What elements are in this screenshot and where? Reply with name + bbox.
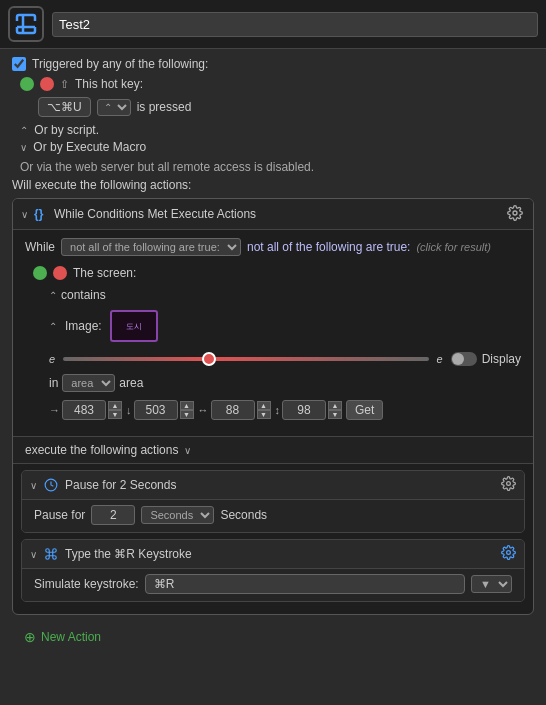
add-hotkey-button[interactable] xyxy=(20,77,34,91)
execute-actions-arrow-icon[interactable]: ∨ xyxy=(184,445,191,456)
simulate-label: Simulate keystroke: xyxy=(34,577,139,591)
pause-collapse-icon[interactable]: ∨ xyxy=(30,480,37,491)
coord-w-group: ↔ ▲ ▼ xyxy=(198,400,271,420)
execute-actions-text: execute the following actions xyxy=(25,443,178,457)
trigger-row: Triggered by any of the following: xyxy=(12,57,534,71)
area-label: area xyxy=(119,376,143,390)
coord-w-decrement[interactable]: ▼ xyxy=(257,410,271,419)
keystroke-combo-display[interactable]: ⌘R xyxy=(145,574,465,594)
slider-thumb[interactable] xyxy=(202,352,216,366)
display-toggle[interactable] xyxy=(451,352,477,366)
coord-h-input[interactable] xyxy=(282,400,326,420)
coord-x-input[interactable] xyxy=(62,400,106,420)
while-title: While Conditions Met Execute Actions xyxy=(54,207,256,221)
coord-h-decrement[interactable]: ▼ xyxy=(328,410,342,419)
execute-actions-row: execute the following actions ∨ xyxy=(13,436,533,464)
condition-dropdown[interactable]: not all of the following are true: xyxy=(61,238,241,256)
slider-row: e e Display xyxy=(49,352,521,366)
keystroke-type-dropdown[interactable]: ▼ xyxy=(471,575,512,593)
while-body: While not all of the following are true:… xyxy=(13,230,533,436)
coord-x-stepper: ▲ ▼ xyxy=(108,401,122,419)
remove-hotkey-button[interactable] xyxy=(40,77,54,91)
keystroke-collapse-icon[interactable]: ∨ xyxy=(30,549,37,560)
add-screen-condition-button[interactable] xyxy=(33,266,47,280)
pause-label: Pause for xyxy=(34,508,85,522)
pause-clock-icon xyxy=(43,477,59,493)
header xyxy=(0,0,546,49)
coord-y-group: ↓ ▲ ▼ xyxy=(126,400,194,420)
new-action-plus-icon: ⊕ xyxy=(24,629,36,645)
trigger-label: Triggered by any of the following: xyxy=(32,57,208,71)
click-result-label[interactable]: (click for result) xyxy=(416,241,491,253)
pause-value-input[interactable] xyxy=(91,505,135,525)
coord-y-decrement[interactable]: ▼ xyxy=(180,410,194,419)
pause-unit-dropdown[interactable]: Seconds xyxy=(141,506,214,524)
app-logo-icon xyxy=(14,12,38,36)
coord-w-input[interactable] xyxy=(211,400,255,420)
keystroke-cmd-icon xyxy=(43,546,59,562)
image-thumbnail[interactable]: 도시 xyxy=(110,310,158,342)
keystroke-combo-value: ⌘R xyxy=(154,577,175,591)
hotkey-combo-value: ⌥⌘U xyxy=(47,100,82,114)
hotkey-type-dropdown[interactable]: ⌃ xyxy=(97,99,131,116)
coord-h-increment[interactable]: ▲ xyxy=(328,401,342,410)
while-label: While xyxy=(25,240,55,254)
coord-y-input[interactable] xyxy=(134,400,178,420)
hotkey-section: ⇧ This hot key: ⌥⌘U ⌃ is pressed xyxy=(20,77,534,117)
svg-point-3 xyxy=(507,482,511,486)
script-row[interactable]: ⌃ Or by script. xyxy=(20,123,534,137)
slider-right-label: e xyxy=(437,353,443,365)
coord-x-increment[interactable]: ▲ xyxy=(108,401,122,410)
area-dropdown[interactable]: area xyxy=(62,374,115,392)
contains-arrow-icon: ⌃ xyxy=(49,290,57,301)
coord-h-stepper: ▲ ▼ xyxy=(328,401,342,419)
while-condition-row: While not all of the following are true:… xyxy=(25,238,521,256)
coord-y-stepper: ▲ ▼ xyxy=(180,401,194,419)
keystroke-action-body: Simulate keystroke: ⌘R ▼ xyxy=(22,568,524,601)
image-row: ⌃ Image: 도시 xyxy=(49,310,521,342)
pause-row: Pause for Seconds Seconds xyxy=(34,505,512,525)
condition-text: not all of the following are true: xyxy=(247,240,410,254)
while-conditions-panel: ∨ {} While Conditions Met Execute Action… xyxy=(12,198,534,615)
app-icon xyxy=(8,6,44,42)
hotkey-row: ⇧ This hot key: xyxy=(20,77,534,91)
pause-gear-button[interactable] xyxy=(501,476,516,494)
image-accuracy-slider[interactable] xyxy=(63,357,428,361)
screen-label: The screen: xyxy=(73,266,136,280)
while-collapse-icon[interactable]: ∨ xyxy=(21,209,28,220)
hotkey-section-label: This hot key: xyxy=(75,77,143,91)
coord-w-increment[interactable]: ▲ xyxy=(257,401,271,410)
execute-macro-collapse-icon: ∨ xyxy=(20,142,27,153)
slider-left-label: e xyxy=(49,353,55,365)
coords-row: → ▲ ▼ ↓ ▲ ▼ xyxy=(49,400,521,420)
contains-label: contains xyxy=(61,288,106,302)
coord-y-increment[interactable]: ▲ xyxy=(180,401,194,410)
keystroke-row: Simulate keystroke: ⌘R ▼ xyxy=(34,574,512,594)
macro-title-input[interactable] xyxy=(52,12,538,37)
execute-macro-row[interactable]: ∨ Or by Execute Macro xyxy=(20,140,534,154)
pause-action-header: ∨ Pause for 2 Seconds xyxy=(22,471,524,499)
while-braces-icon: {} xyxy=(33,206,49,222)
script-label: Or by script. xyxy=(34,123,99,137)
hotkey-combo-display[interactable]: ⌥⌘U xyxy=(38,97,91,117)
contains-row: ⌃ contains xyxy=(49,288,521,302)
image-label: Image: xyxy=(65,319,102,333)
get-coords-button[interactable]: Get xyxy=(346,400,383,420)
new-action-row[interactable]: ⊕ New Action xyxy=(12,623,534,651)
coord-x-decrement[interactable]: ▼ xyxy=(108,410,122,419)
svg-point-4 xyxy=(507,551,511,555)
trigger-checkbox[interactable] xyxy=(12,57,26,71)
display-toggle-row: Display xyxy=(451,352,521,366)
arrow-vert-icon: ↕ xyxy=(275,404,281,416)
new-action-label: New Action xyxy=(41,630,101,644)
pause-unit-label: Seconds xyxy=(220,508,267,522)
keystroke-action-panel: ∨ Type the ⌘R Keystroke Simulate keystro xyxy=(21,539,525,602)
while-gear-button[interactable] xyxy=(507,205,525,223)
remove-screen-condition-button[interactable] xyxy=(53,266,67,280)
is-pressed-label: is pressed xyxy=(137,100,192,114)
while-header-left: ∨ {} While Conditions Met Execute Action… xyxy=(21,206,501,222)
in-label: in xyxy=(49,376,58,390)
keystroke-gear-button[interactable] xyxy=(501,545,516,563)
hotkey-arrow-icon: ⇧ xyxy=(60,78,69,91)
execute-macro-label: Or by Execute Macro xyxy=(33,140,146,154)
